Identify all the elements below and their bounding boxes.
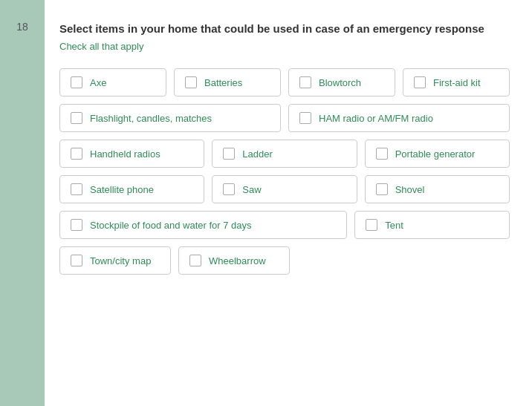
- options-row-1: Axe Batteries Blowtorch First-aid kit: [59, 68, 510, 96]
- question-number: 18: [16, 21, 28, 33]
- label-blowtorch: Blowtorch: [319, 77, 361, 88]
- checkbox-axe[interactable]: [71, 76, 82, 88]
- left-bar: 18: [0, 0, 45, 406]
- options-grid: Axe Batteries Blowtorch First-aid kit: [59, 68, 510, 275]
- checkbox-batteries[interactable]: [185, 76, 197, 88]
- option-town-map[interactable]: Town/city map: [59, 246, 171, 275]
- checkbox-flashlight[interactable]: [71, 112, 82, 124]
- label-town-map: Town/city map: [90, 255, 151, 266]
- label-satellite-phone: Satellite phone: [90, 184, 154, 195]
- label-flashlight: Flashlight, candles, matches: [90, 113, 212, 124]
- label-first-aid-kit: First-aid kit: [433, 77, 481, 88]
- option-ham-radio[interactable]: HAM radio or AM/FM radio: [288, 104, 510, 132]
- option-shovel[interactable]: Shovel: [365, 175, 510, 203]
- option-wheelbarrow[interactable]: Wheelbarrow: [178, 246, 290, 275]
- label-tent: Tent: [385, 220, 403, 231]
- label-shovel: Shovel: [395, 184, 425, 195]
- checkbox-blowtorch[interactable]: [299, 76, 311, 88]
- options-row-4: Satellite phone Saw Shovel: [59, 175, 510, 203]
- checkbox-saw[interactable]: [223, 183, 235, 195]
- content-area: Select items in your home that could be …: [45, 0, 532, 406]
- option-flashlight[interactable]: Flashlight, candles, matches: [59, 104, 281, 132]
- checkbox-satellite-phone[interactable]: [71, 183, 82, 195]
- checkbox-first-aid-kit[interactable]: [414, 76, 426, 88]
- option-handheld-radios[interactable]: Handheld radios: [59, 140, 204, 168]
- label-stockpile: Stockpile of food and water for 7 days: [90, 220, 252, 231]
- label-batteries: Batteries: [204, 77, 242, 88]
- label-axe: Axe: [90, 77, 106, 88]
- checkbox-portable-generator[interactable]: [376, 148, 388, 160]
- label-ladder: Ladder: [242, 148, 272, 160]
- option-batteries[interactable]: Batteries: [174, 68, 281, 96]
- subtext: Check all that apply: [59, 41, 510, 52]
- question-text: Select items in your home that could be …: [59, 21, 510, 36]
- option-blowtorch[interactable]: Blowtorch: [288, 68, 395, 96]
- option-stockpile[interactable]: Stockpile of food and water for 7 days: [59, 211, 347, 239]
- label-ham-radio: HAM radio or AM/FM radio: [319, 113, 433, 124]
- options-row-2: Flashlight, candles, matches HAM radio o…: [59, 104, 510, 132]
- option-portable-generator[interactable]: Portable generator: [365, 140, 510, 168]
- checkbox-wheelbarrow[interactable]: [189, 255, 201, 266]
- checkbox-town-map[interactable]: [71, 255, 82, 266]
- checkbox-tent[interactable]: [366, 219, 377, 231]
- checkbox-handheld-radios[interactable]: [71, 148, 82, 160]
- label-saw: Saw: [242, 184, 261, 195]
- label-wheelbarrow: Wheelbarrow: [209, 255, 266, 266]
- option-ladder[interactable]: Ladder: [212, 140, 357, 168]
- options-row-3: Handheld radios Ladder Portable generato…: [59, 140, 510, 168]
- option-saw[interactable]: Saw: [212, 175, 357, 203]
- option-axe[interactable]: Axe: [59, 68, 166, 96]
- options-row-6: Town/city map Wheelbarrow: [59, 246, 510, 275]
- checkbox-shovel[interactable]: [376, 183, 388, 195]
- label-portable-generator: Portable generator: [395, 148, 476, 160]
- option-satellite-phone[interactable]: Satellite phone: [59, 175, 204, 203]
- checkbox-ladder[interactable]: [223, 148, 235, 160]
- checkbox-ham-radio[interactable]: [299, 112, 311, 124]
- survey-container: 18 Select items in your home that could …: [0, 0, 532, 406]
- option-tent[interactable]: Tent: [354, 211, 510, 239]
- option-first-aid-kit[interactable]: First-aid kit: [403, 68, 510, 96]
- label-handheld-radios: Handheld radios: [90, 148, 160, 160]
- options-row-5: Stockpile of food and water for 7 days T…: [59, 211, 510, 239]
- checkbox-stockpile[interactable]: [71, 219, 82, 231]
